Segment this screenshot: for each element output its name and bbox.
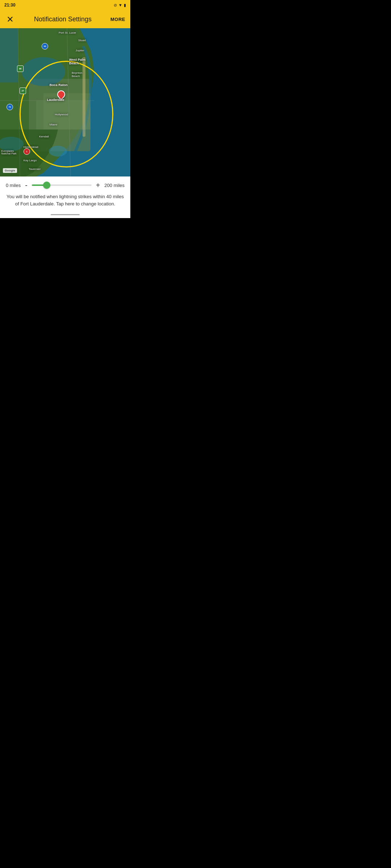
notification-text[interactable]: You will be notified when lightning stri… <box>6 193 125 207</box>
highway-1-shield: 1 <box>24 148 30 155</box>
dnd-icon: ⊘ <box>114 3 117 8</box>
status-bar: 21:30 ⊘ ▼ ▮ <box>0 0 130 10</box>
svg-point-14 <box>49 146 67 157</box>
map-container[interactable]: Port St. Lucie Stuart Jupiter West PalmB… <box>0 28 130 176</box>
max-label: 200 miles <box>104 183 125 188</box>
min-label: 0 miles <box>6 183 21 188</box>
google-watermark: Google <box>3 168 17 173</box>
header: Notification Settings MORE <box>0 10 130 28</box>
battery-icon: ▮ <box>124 3 126 8</box>
bottom-panel: 0 miles - + 200 miles You will be notifi… <box>0 176 130 211</box>
map-background <box>0 28 130 176</box>
slider-track[interactable] <box>32 184 92 186</box>
status-icons: ⊘ ▼ ▮ <box>114 3 126 8</box>
increment-button[interactable]: + <box>94 182 102 189</box>
home-bar <box>51 214 80 215</box>
status-time: 21:30 <box>4 3 16 8</box>
svg-point-6 <box>22 57 65 86</box>
page-title: Notification Settings <box>19 16 107 23</box>
svg-rect-13 <box>83 57 85 137</box>
decrement-button[interactable]: - <box>24 182 29 189</box>
home-indicator <box>0 211 130 218</box>
notification-text-content: You will be notified when lightning stri… <box>7 194 124 207</box>
svg-rect-12 <box>36 101 91 129</box>
highway-98-shield: 98 <box>17 65 24 72</box>
distance-slider-row: 0 miles - + 200 miles <box>6 182 125 189</box>
more-button[interactable]: MORE <box>110 17 125 22</box>
svg-rect-7 <box>0 28 18 82</box>
slider-thumb[interactable] <box>43 182 50 189</box>
highway-27-shield: 27 <box>20 88 26 94</box>
highway-75-shield: 75 <box>7 104 13 110</box>
wifi-icon: ▼ <box>118 3 122 7</box>
close-button[interactable] <box>5 14 15 24</box>
